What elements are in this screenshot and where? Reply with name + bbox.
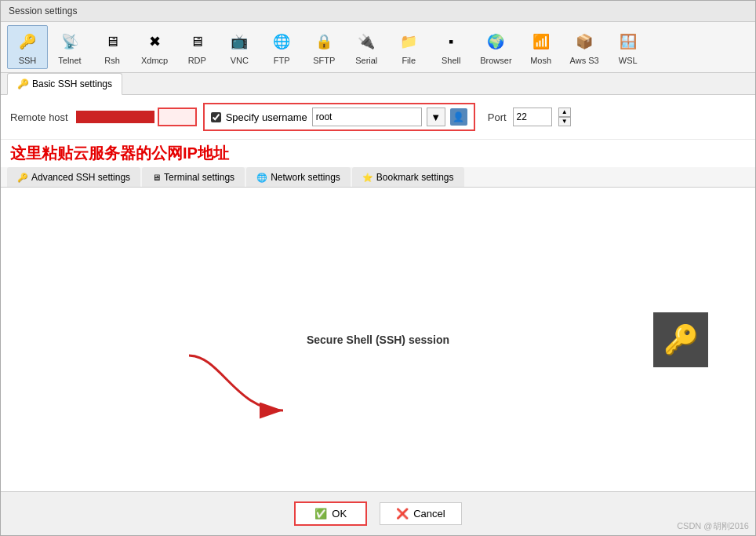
shell-icon: ▪ [438,29,463,54]
ok-label: OK [332,508,347,520]
serial-label: Serial [355,56,377,65]
browser-label: Browser [480,56,511,65]
toolbar-item-vnc[interactable]: 📺 VNC [219,25,260,69]
remote-host-label: Remote host [10,111,68,123]
tab-basic-ssh-label: Basic SSH settings [32,78,112,89]
port-spinner: ▲ ▼ [558,108,571,126]
toolbar-item-rdp[interactable]: 🖥 RDP [176,25,217,69]
sub-tab-advanced[interactable]: 🔑 Advanced SSH settings [7,167,140,187]
session-row: Remote host Specify username ▼ 👤 Port ▲ [1,95,755,140]
ssh-description: Secure Shell (SSH) session [307,334,449,346]
toolbar-item-xdmcp[interactable]: ✖ Xdmcp [134,25,175,69]
sftp-label: SFTP [313,56,335,65]
port-decrement-button[interactable]: ▼ [558,117,571,126]
toolbar-item-ssh[interactable]: 🔑 SSH [7,25,48,69]
ssh-key-icon: 🔑 [653,312,708,367]
ftp-icon: 🌐 [269,29,294,54]
cancel-button[interactable]: ❌ Cancel [380,502,461,525]
sub-tab-terminal[interactable]: 🖥 Terminal settings [142,167,245,187]
sub-tab-advanced-icon: 🔑 [17,173,28,183]
sub-tab-terminal-label: Terminal settings [164,172,234,183]
shell-label: Shell [442,56,460,65]
serial-icon: 🔌 [354,29,379,54]
port-input[interactable] [513,108,552,126]
toolbar-item-sftp[interactable]: 🔒 SFTP [303,25,344,69]
sftp-icon: 🔒 [311,29,336,54]
vnc-icon: 📺 [227,29,252,54]
ssh-icon: 🔑 [15,29,40,54]
awss3-label: Aws S3 [570,56,599,65]
toolbar: 🔑 SSH 📡 Telnet 🖥 Rsh ✖ Xdmcp 🖥 RDP 📺 VNC… [1,22,755,73]
remote-host-input[interactable] [158,108,197,126]
ok-icon: ✅ [314,508,327,520]
mosh-icon: 📶 [529,29,554,54]
title-bar: Session settings [1,1,755,22]
wsl-label: WSL [619,56,638,65]
dropdown-arrow-icon: ▼ [431,111,441,123]
toolbar-item-wsl[interactable]: 🪟 WSL [608,25,649,69]
sub-tab-bookmark-label: Bookmark settings [376,172,454,183]
file-label: File [402,56,416,65]
sub-tab-network-icon: 🌐 [256,173,267,183]
port-increment-button[interactable]: ▲ [558,108,571,117]
browser-icon: 🌍 [483,29,508,54]
rdp-icon: 🖥 [184,29,209,54]
toolbar-item-telnet[interactable]: 📡 Telnet [49,25,90,69]
main-content-area: Secure Shell (SSH) session 🔑 [1,188,755,491]
sub-tab-network[interactable]: 🌐 Network settings [246,167,351,187]
sub-tab-advanced-label: Advanced SSH settings [31,172,130,183]
sub-tab-terminal-icon: 🖥 [152,173,161,182]
annotation-text: 这里粘贴云服务器的公网IP地址 [1,140,755,167]
toolbar-item-serial[interactable]: 🔌 Serial [346,25,387,69]
content-area: 🔑 Basic SSH settings Remote host Specify… [1,73,755,491]
redacted-ip [76,111,154,123]
toolbar-item-awss3[interactable]: 📦 Aws S3 [563,25,606,69]
telnet-icon: 📡 [57,29,82,54]
rdp-label: RDP [188,56,206,65]
ok-button[interactable]: ✅ OK [294,501,367,526]
bottom-buttons: ✅ OK ❌ Cancel [1,491,755,535]
arrow-container [173,348,314,428]
cancel-label: Cancel [413,508,445,520]
port-label: Port [488,111,507,123]
session-settings-window: Session settings 🔑 SSH 📡 Telnet 🖥 Rsh ✖ … [0,0,756,536]
toolbar-item-file[interactable]: 📁 File [388,25,429,69]
username-dropdown-button[interactable]: ▼ [427,108,445,126]
xdmcp-icon: ✖ [142,29,167,54]
rsh-icon: 🖥 [100,29,125,54]
username-input[interactable] [312,108,422,126]
sub-tab-bookmark-icon: ⭐ [362,173,373,183]
tab-basic-ssh[interactable]: 🔑 Basic SSH settings [7,73,122,95]
toolbar-item-rsh[interactable]: 🖥 Rsh [92,25,133,69]
wsl-icon: 🪟 [616,29,641,54]
window-title: Session settings [9,5,77,16]
tab-header: 🔑 Basic SSH settings [1,73,755,95]
mosh-label: Mosh [530,56,551,65]
remote-host-input-wrapper [75,108,197,126]
cancel-icon: ❌ [396,508,409,520]
file-icon: 📁 [396,29,421,54]
toolbar-item-shell[interactable]: ▪ Shell [431,25,471,69]
toolbar-item-mosh[interactable]: 📶 Mosh [521,25,562,69]
sub-tabs: 🔑 Advanced SSH settings 🖥 Terminal setti… [1,167,755,188]
specify-username-section: Specify username ▼ 👤 [203,103,475,131]
sub-tab-bookmark[interactable]: ⭐ Bookmark settings [352,167,464,187]
specify-username-label: Specify username [226,111,307,123]
sub-tab-network-label: Network settings [271,172,340,183]
ssh-label: SSH [19,56,37,65]
awss3-icon: 📦 [572,29,597,54]
vnc-label: VNC [231,56,249,65]
xdmcp-label: Xdmcp [141,56,168,65]
ftp-label: FTP [274,56,290,65]
telnet-label: Telnet [58,56,81,65]
toolbar-item-ftp[interactable]: 🌐 FTP [261,25,302,69]
user-icon: 👤 [450,108,467,126]
tab-basic-ssh-icon: 🔑 [17,78,29,89]
watermark: CSDN @胡刚2016 [677,520,749,532]
specify-username-checkbox[interactable] [211,112,221,122]
rsh-label: Rsh [104,56,120,65]
red-arrow-icon [173,348,314,426]
toolbar-item-browser[interactable]: 🌍 Browser [473,25,518,69]
